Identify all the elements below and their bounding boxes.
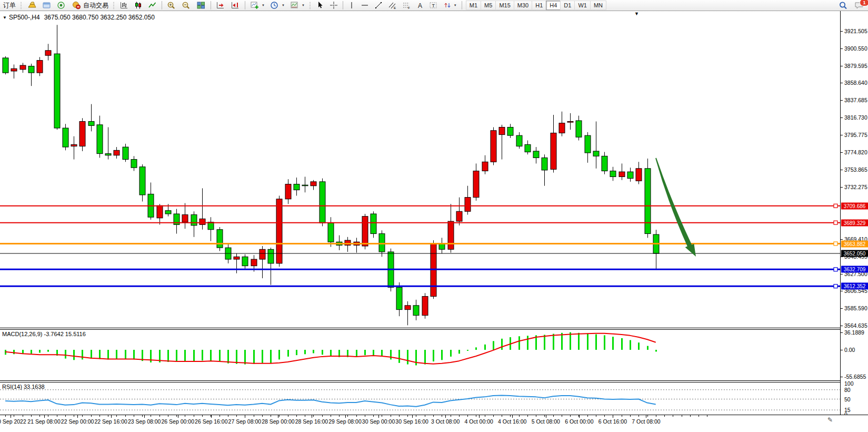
toolbar-grip[interactable] — [309, 2, 312, 9]
rsi-canvas[interactable] — [0, 382, 840, 415]
line-chart-button[interactable] — [146, 0, 159, 11]
chart-ohlc-values: 3675.050 3680.750 3632.250 3652.050 — [44, 14, 155, 21]
chart-shift-marker[interactable]: ▼ — [634, 11, 639, 16]
tile-windows-button[interactable] — [194, 0, 208, 11]
timeframe-button-mn[interactable]: MN — [590, 1, 606, 10]
candlestick-chart-icon — [134, 1, 143, 9]
price-tick-label: 3564.635 — [844, 322, 867, 329]
autotrading-label: 自动交易 — [83, 1, 108, 10]
timeframe-button-m5[interactable]: M5 — [481, 1, 495, 10]
toolbar-right-group: 1 — [836, 0, 866, 11]
price-tick-label: 3837.685 — [844, 97, 867, 103]
price-axis[interactable]: 3921.5053900.5503879.5953858.6403837.685… — [840, 11, 868, 415]
price-tick-label: 3858.640 — [844, 80, 867, 86]
arrows-button[interactable]: ▼ — [441, 0, 459, 11]
chart-shift-button[interactable] — [228, 0, 242, 11]
time-minor-tick — [279, 415, 280, 417]
time-minor-tick — [647, 415, 648, 417]
price-tick — [841, 326, 843, 326]
signal-button[interactable] — [55, 0, 68, 11]
auto-scroll-icon — [216, 1, 225, 9]
chart-shift-icon — [231, 1, 240, 9]
time-minor-tick — [134, 415, 134, 417]
rsi-axis-label: 50 — [844, 396, 851, 402]
timeframe-group: M1M5M15M30H1H4D1W1MN — [466, 1, 606, 11]
crosshair-icon — [330, 1, 338, 9]
notifications-button[interactable]: 1 — [852, 1, 866, 11]
chevron-down-icon: ▼ — [454, 4, 457, 7]
mt4-terminal-window: { "toolbar": { "new_order_label": "订单", … — [0, 0, 868, 432]
time-minor-tick — [168, 415, 168, 417]
equidistant-channel-button[interactable]: E — [386, 0, 399, 11]
timeframe-button-h4[interactable]: H4 — [546, 1, 560, 10]
time-minor-tick — [331, 415, 331, 417]
auto-scroll-button[interactable] — [214, 0, 227, 11]
macd-canvas[interactable] — [0, 330, 840, 380]
candlestick-chart-button[interactable] — [132, 0, 145, 11]
timeframe-button-h1[interactable]: H1 — [532, 1, 546, 10]
pencil-icon[interactable]: ✎ — [827, 416, 833, 424]
window-button[interactable] — [40, 0, 54, 11]
main-chart-panel[interactable]: ▼SP500-,H43675.050 3680.750 3632.250 365… — [0, 11, 840, 328]
search-button[interactable] — [836, 1, 850, 11]
bar-chart-button[interactable] — [117, 0, 131, 11]
time-major-tick — [579, 415, 580, 418]
candlestick-chart-canvas[interactable] — [0, 11, 840, 328]
text-label-icon: T — [429, 1, 438, 9]
time-major-tick — [613, 415, 613, 418]
time-minor-tick — [108, 415, 108, 417]
rsi-indicator-panel[interactable]: RSI(14) 33.1638 — [0, 382, 840, 415]
time-axis-label: 5 Oct 08:00 — [532, 418, 560, 425]
time-minor-tick — [347, 415, 348, 417]
toolbar-grip[interactable] — [20, 2, 23, 9]
indicators-icon — [250, 1, 260, 9]
time-major-tick — [144, 415, 145, 418]
timeframe-button-d1[interactable]: D1 — [560, 1, 574, 10]
toolbar-separator — [343, 1, 343, 9]
time-minor-tick — [570, 415, 571, 417]
rsi-axis-label: 80 — [844, 387, 851, 393]
macd-indicator-panel[interactable]: MACD(12,26,9) -3.7642 15.5116 — [0, 330, 840, 380]
zoom-out-button[interactable] — [179, 0, 193, 11]
periods-button[interactable]: ▼ — [268, 0, 287, 11]
text-button[interactable]: A — [414, 0, 426, 11]
trendline-button[interactable] — [372, 0, 385, 11]
templates-button[interactable]: ▼ — [288, 0, 307, 11]
timeframe-button-w1[interactable]: W1 — [574, 1, 590, 10]
time-axis-label: 22 Sep 16:00 — [94, 418, 127, 425]
cursor-button[interactable] — [314, 0, 326, 11]
time-minor-tick — [682, 415, 682, 417]
toolbar-grip[interactable] — [113, 2, 115, 9]
indicators-button[interactable]: ▼ — [248, 0, 267, 11]
crosshair-button[interactable] — [327, 0, 340, 11]
vertical-line-button[interactable] — [346, 0, 357, 11]
timeframe-button-m15[interactable]: M15 — [495, 1, 513, 10]
gold-ingot-button[interactable] — [25, 0, 39, 11]
time-minor-tick — [23, 415, 23, 417]
svg-text:F: F — [408, 6, 410, 9]
zoom-in-button[interactable] — [165, 0, 178, 11]
time-major-tick — [312, 415, 312, 418]
window-icon — [42, 1, 52, 9]
text-icon: A — [416, 1, 424, 9]
horizontal-line-button[interactable] — [358, 0, 371, 11]
time-minor-tick — [399, 415, 400, 417]
text-label-button[interactable]: T — [427, 0, 440, 11]
time-axis[interactable]: ✎ 20 Sep 202221 Sep 08:0022 Sep 00:0022 … — [0, 415, 868, 432]
new-order-button[interactable]: 订单 — [1, 0, 18, 11]
time-minor-tick — [39, 415, 40, 417]
time-major-tick — [646, 415, 646, 418]
autotrading-button[interactable]: 自动交易 — [69, 0, 111, 11]
chart-collapse-icon[interactable]: ▼ — [3, 15, 7, 20]
time-minor-tick — [99, 415, 100, 417]
search-icon — [839, 1, 848, 10]
timeframe-button-m1[interactable]: M1 — [466, 1, 481, 10]
toolbar: 订单 自动交易 ▼ ▼ — [0, 0, 868, 11]
time-axis-label: 28 Sep 16:00 — [295, 418, 328, 425]
time-minor-tick — [356, 415, 357, 417]
time-minor-tick — [544, 415, 545, 417]
fibonacci-button[interactable]: F — [400, 0, 413, 11]
timeframe-button-m30[interactable]: M30 — [514, 1, 532, 10]
time-minor-tick — [373, 415, 374, 417]
toolbar-separator — [162, 1, 162, 9]
